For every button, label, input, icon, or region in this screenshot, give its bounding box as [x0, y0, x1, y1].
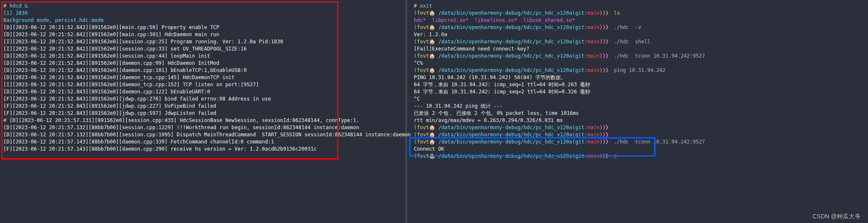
terminal-line: ^C% [414, 60, 651, 67]
text-segment: [F][2023-06-12 20:21:52.843][891562e0][j… [3, 103, 216, 109]
prompt-branch: main [587, 53, 599, 59]
prompt-path: /data/bin/openharmony-debug/hdc/pc_hdc_v… [438, 153, 572, 159]
prompt-arrows: )》 [603, 39, 611, 45]
prompt-branch: main [587, 67, 599, 73]
text-segment: [D][2023-06-12 20:21:52.842][891562e0][d… [3, 60, 219, 66]
prompt-close: ) [599, 10, 602, 16]
prompt-arrows: )》 [603, 132, 611, 138]
command-text: ▯ [611, 153, 617, 159]
terminal-split: # hdcd &[1] 1830Background mode, persist… [0, 0, 868, 223]
pane-divider[interactable] [405, 0, 407, 223]
text-segment: libselinux.so* [475, 17, 524, 23]
text-segment: libpcre2.so* [432, 17, 474, 23]
terminal-line: [1] 1830 [3, 10, 402, 17]
prompt-git: (git: [572, 132, 587, 138]
prompt-user: fovt🏠 [417, 24, 438, 30]
terminal-line: [D][2023-06-12 20:21:52.842][891562e0][d… [3, 67, 402, 74]
left-terminal[interactable]: # hdcd &[1] 1830Background mode, persist… [0, 0, 405, 223]
command-text: ./hdc tconn 10.31.94.242:9527 [611, 139, 705, 145]
terminal-line: Connect OK [414, 146, 651, 153]
watermark: CSDN @种瓜大爷 [812, 213, 860, 220]
text-segment: [D][2023-06-12 20:21:52.842][891562e0][m… [3, 32, 219, 37]
command-text: ./hdc tconn 10.31.94.242:9527 [611, 53, 705, 59]
prompt-path: /data/bin/openharmony-debug/hdc/pc_hdc_v… [438, 67, 572, 73]
text-segment: [D][2023-06-12 20:21:57.131][891562e0][s… [9, 117, 359, 123]
text-segment: hdc* [414, 17, 432, 23]
terminal-line: [F][2023-06-12 20:21:52.843][891562e0][j… [3, 103, 402, 110]
text-segment: [D][2023-06-12 20:21:52.842][891562e0][d… [3, 67, 247, 73]
prompt-path: /data/bin/openharmony-debug/hdc/pc_hdc_v… [438, 139, 572, 145]
terminal-line: hdc* libpcre2.so* libselinux.so* libusb_… [414, 17, 651, 24]
prompt-git: (git: [572, 153, 587, 159]
prompt-user: fovt🏠 [417, 67, 438, 73]
prompt-branch: main [587, 132, 599, 138]
terminal-line: # exit [414, 3, 651, 10]
prompt-arrows: )》 [603, 153, 611, 159]
text-segment: Background mode, persist.hdc.mode [3, 17, 104, 23]
prompt-close: ) [599, 53, 602, 59]
prompt-user: fovt🏠 [417, 39, 438, 45]
prompt-user: fovt🏠 [417, 139, 438, 145]
terminal-line: [D][2023-06-12 20:21:57.132][88bb7b00][s… [3, 124, 402, 131]
text-segment: 64 字节，来自 10.31.94.242: icmp_seq=2 ttl=64… [414, 89, 590, 95]
terminal-line: [D][2023-06-12 20:21:52.842][891562e0][d… [3, 60, 402, 67]
prompt-git: (git: [572, 24, 587, 30]
command-text: ./hdc shell [611, 39, 650, 45]
prompt-close: ) [599, 39, 602, 45]
text-segment: ^C [414, 96, 420, 102]
prompt-branch: main [587, 10, 599, 16]
prompt-arrows: )》 [603, 67, 611, 73]
text-segment: Connect OK [414, 146, 444, 152]
prompt-path: /data/bin/openharmony-debug/hdc/pc_hdc_v… [438, 10, 572, 16]
terminal-line: [D][2023-06-12 20:21:57.132][88bb7b00][s… [3, 131, 402, 138]
prompt-branch: main [587, 39, 599, 45]
text-segment: [D][2023-06-12 20:21:52.842][891562e0][s… [3, 53, 210, 59]
terminal-line: [D][2023-06-12 20:21:52.842][891562e0][d… [3, 74, 402, 81]
prompt-arrows: )》 [603, 53, 611, 59]
prompt-line: (fovt🏠 /data/bin/openharmony-debug/hdc/p… [414, 131, 651, 138]
terminal-line: [I][2023-06-12 20:21:52.843][891562e0][d… [3, 81, 402, 88]
prompt-close: ) [599, 139, 602, 145]
prompt-git: (git: [572, 125, 587, 130]
terminal-line: [I][2023-06-12 20:21:52.842][891562e0][s… [3, 38, 402, 45]
text-segment: Ver: 1.2.0a [414, 32, 447, 37]
text-segment: # [414, 3, 420, 9]
prompt-line: (fovt🏠 /data/bin/openharmony-debug/hdc/p… [414, 53, 651, 60]
text-segment: [D][2023-06-12 20:21:57.132][88bb7b00][s… [3, 125, 359, 130]
prompt-close: ) [599, 24, 602, 30]
command-text: ./hdc -v [611, 24, 641, 30]
prompt-line: (fovt🏠 /data/bin/openharmony-debug/hdc/p… [414, 138, 651, 146]
text-segment: [F][2023-06-12 20:21:52.843][891562e0][j… [3, 110, 216, 116]
prompt-git: (git: [572, 67, 587, 73]
prompt-git: (git: [572, 139, 587, 145]
terminal-line: [F][2023-06-12 20:21:52.843][891562e0][j… [3, 110, 402, 117]
text-segment: # [3, 3, 9, 9]
text-segment: [I][2023-06-12 20:21:52.842][891562e0][s… [3, 39, 283, 45]
text-segment: [I][2023-06-12 20:21:52.842][891562e0][s… [3, 46, 247, 52]
text-segment: [F][2023-06-12 20:21:52.843][891562e0][j… [3, 96, 271, 102]
text-segment: [I][2023-06-12 20:21:52.843][891562e0][d… [3, 82, 259, 88]
prompt-git: (git: [572, 53, 587, 59]
prompt-path: /data/bin/openharmony-debug/hdc/pc_hdc_v… [438, 24, 572, 30]
prompt-user: fovt🏠 [417, 10, 438, 16]
text-segment: libusb_shared.so* [523, 17, 575, 23]
terminal-line: # [D][2023-06-12 20:21:57.131][891562e0]… [3, 117, 402, 124]
prompt-line: (fovt🏠 /data/bin/openharmony-debug/hdc/p… [414, 24, 651, 31]
command-text: ls [611, 10, 620, 16]
text-segment: [D][2023-06-12 20:21:52.843][891562e0][d… [3, 89, 210, 95]
terminal-line: --- 10.31.94.242 ping 统计 --- [414, 103, 651, 110]
terminal-line: Ver: 1.2.0a [414, 31, 651, 38]
prompt-branch: main [587, 139, 599, 145]
text-segment: [D][2023-06-12 20:21:57.143][88bb7b00][d… [3, 139, 274, 145]
terminal-line: [D][2023-06-12 20:21:52.843][891562e0][d… [3, 88, 402, 96]
prompt-arrows: )》 [603, 125, 611, 130]
text-segment: 64 字节，来自 10.31.94.242: icmp_seq=1 ttl=64… [414, 82, 590, 88]
terminal-line: rtt min/avg/max/mdev = 0.263/0.294/0.326… [414, 117, 651, 124]
prompt-arrows: )》 [603, 24, 611, 30]
text-segment: [D][2023-06-12 20:21:52.842][891562e0][m… [3, 24, 219, 30]
right-terminal[interactable]: # exit(fovt🏠 /data/bin/openharmony-debug… [410, 0, 655, 223]
prompt-user: fovt🏠 [417, 153, 438, 159]
terminal-line: ^C [414, 96, 651, 103]
terminal-line: [F][2023-06-12 20:21:52.843][891562e0][j… [3, 96, 402, 103]
prompt-close: ) [599, 125, 602, 130]
